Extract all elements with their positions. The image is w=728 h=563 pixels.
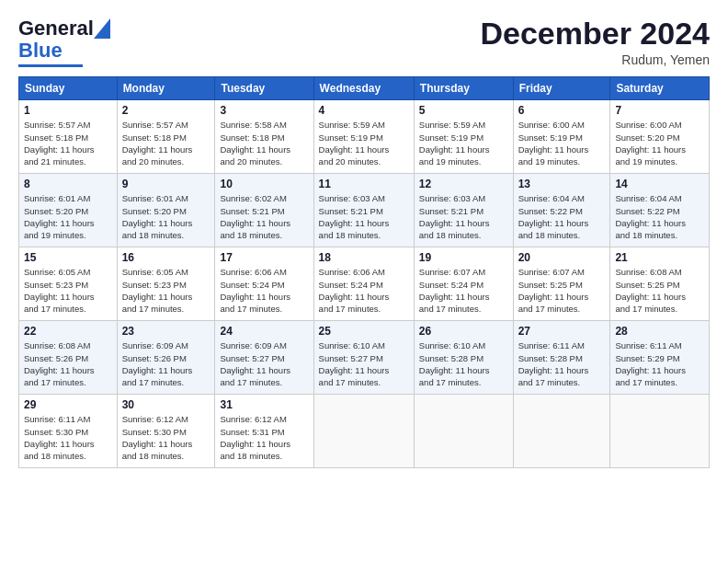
day-info-line: Sunset: 5:18 PM bbox=[24, 132, 112, 144]
calendar-cell: 5Sunrise: 5:59 AMSunset: 5:19 PMDaylight… bbox=[414, 100, 513, 174]
day-info-line: Daylight: 11 hours bbox=[24, 217, 112, 229]
day-info-line: Daylight: 11 hours bbox=[615, 217, 704, 229]
calendar-cell: 3Sunrise: 5:58 AMSunset: 5:18 PMDaylight… bbox=[215, 100, 313, 174]
day-info-line: Daylight: 11 hours bbox=[220, 438, 308, 450]
day-info-line: Daylight: 11 hours bbox=[319, 144, 409, 155]
day-info-line: Sunset: 5:18 PM bbox=[122, 132, 210, 144]
calendar-cell: 19Sunrise: 6:07 AMSunset: 5:24 PMDayligh… bbox=[414, 247, 513, 321]
day-info: Sunrise: 6:10 AMSunset: 5:27 PMDaylight:… bbox=[319, 339, 409, 388]
day-info-line: Daylight: 11 hours bbox=[419, 291, 508, 303]
day-info-line: and 17 minutes. bbox=[122, 376, 210, 388]
location: Rudum, Yemen bbox=[480, 52, 710, 67]
day-number: 8 bbox=[24, 178, 112, 190]
calendar-cell: 9Sunrise: 6:01 AMSunset: 5:20 PMDaylight… bbox=[117, 174, 215, 247]
week-row-2: 8Sunrise: 6:01 AMSunset: 5:20 PMDaylight… bbox=[19, 174, 710, 247]
calendar-table: SundayMondayTuesdayWednesdayThursdayFrid… bbox=[18, 76, 710, 468]
day-info-line: and 17 minutes. bbox=[24, 376, 112, 388]
day-info-line: and 18 minutes. bbox=[518, 229, 606, 241]
day-info: Sunrise: 6:05 AMSunset: 5:23 PMDaylight:… bbox=[24, 266, 112, 315]
month-title: December 2024 bbox=[480, 17, 710, 51]
day-number: 11 bbox=[319, 178, 409, 190]
calendar-cell: 24Sunrise: 6:09 AMSunset: 5:27 PMDayligh… bbox=[215, 321, 313, 395]
logo-text-general: General bbox=[18, 17, 94, 40]
day-info-line: Sunrise: 5:57 AM bbox=[122, 119, 210, 131]
calendar-cell bbox=[610, 395, 710, 468]
day-number: 31 bbox=[220, 398, 308, 411]
calendar-cell: 4Sunrise: 5:59 AMSunset: 5:19 PMDaylight… bbox=[313, 100, 414, 174]
calendar-cell: 28Sunrise: 6:11 AMSunset: 5:29 PMDayligh… bbox=[610, 321, 710, 395]
day-number: 27 bbox=[518, 325, 606, 338]
calendar-cell: 20Sunrise: 6:07 AMSunset: 5:25 PMDayligh… bbox=[513, 247, 610, 321]
day-info-line: and 17 minutes. bbox=[319, 303, 409, 315]
day-info-line: Sunrise: 6:09 AM bbox=[122, 339, 210, 351]
day-number: 15 bbox=[24, 251, 112, 264]
week-row-5: 29Sunrise: 6:11 AMSunset: 5:30 PMDayligh… bbox=[19, 395, 710, 468]
day-info: Sunrise: 6:12 AMSunset: 5:30 PMDaylight:… bbox=[122, 413, 210, 462]
calendar-cell: 15Sunrise: 6:05 AMSunset: 5:23 PMDayligh… bbox=[19, 247, 118, 321]
day-info-line: Sunset: 5:27 PM bbox=[319, 352, 409, 364]
day-info: Sunrise: 6:00 AMSunset: 5:20 PMDaylight:… bbox=[615, 119, 704, 167]
day-info-line: Daylight: 11 hours bbox=[518, 291, 606, 303]
week-row-1: 1Sunrise: 5:57 AMSunset: 5:18 PMDaylight… bbox=[19, 100, 710, 174]
day-info-line: Sunrise: 6:03 AM bbox=[419, 192, 508, 204]
day-info-line: Daylight: 11 hours bbox=[319, 364, 409, 376]
day-info-line: Daylight: 11 hours bbox=[615, 144, 704, 155]
day-info-line: Sunrise: 6:12 AM bbox=[122, 413, 210, 425]
day-info-line: Sunset: 5:25 PM bbox=[615, 279, 704, 291]
day-number: 12 bbox=[419, 178, 508, 190]
day-info: Sunrise: 6:11 AMSunset: 5:30 PMDaylight:… bbox=[24, 413, 112, 462]
day-info: Sunrise: 6:05 AMSunset: 5:23 PMDaylight:… bbox=[122, 266, 210, 315]
day-info-line: Daylight: 11 hours bbox=[615, 291, 704, 303]
day-number: 21 bbox=[615, 251, 704, 264]
calendar-cell: 23Sunrise: 6:09 AMSunset: 5:26 PMDayligh… bbox=[117, 321, 215, 395]
calendar-cell: 17Sunrise: 6:06 AMSunset: 5:24 PMDayligh… bbox=[215, 247, 313, 321]
day-info-line: Daylight: 11 hours bbox=[220, 291, 308, 303]
day-info: Sunrise: 5:59 AMSunset: 5:19 PMDaylight:… bbox=[319, 119, 409, 167]
calendar-cell: 30Sunrise: 6:12 AMSunset: 5:30 PMDayligh… bbox=[117, 395, 215, 468]
calendar-cell: 21Sunrise: 6:08 AMSunset: 5:25 PMDayligh… bbox=[610, 247, 710, 321]
day-info-line: Sunset: 5:20 PM bbox=[615, 132, 704, 144]
day-info-line: and 21 minutes. bbox=[24, 155, 112, 167]
day-info-line: Daylight: 11 hours bbox=[122, 291, 210, 303]
day-info-line: Sunrise: 6:10 AM bbox=[419, 339, 508, 351]
day-info-line: Sunrise: 6:11 AM bbox=[518, 339, 606, 351]
day-info-line: Sunrise: 6:10 AM bbox=[319, 339, 409, 351]
day-info-line: Sunrise: 6:03 AM bbox=[319, 192, 409, 204]
day-info: Sunrise: 6:11 AMSunset: 5:28 PMDaylight:… bbox=[518, 339, 606, 388]
day-info-line: Sunrise: 6:00 AM bbox=[615, 119, 704, 131]
day-number: 14 bbox=[615, 178, 704, 190]
logo-text-blue: Blue bbox=[18, 39, 63, 62]
day-info: Sunrise: 6:09 AMSunset: 5:27 PMDaylight:… bbox=[220, 339, 308, 388]
day-info-line: Sunrise: 6:11 AM bbox=[615, 339, 704, 351]
calendar-cell: 7Sunrise: 6:00 AMSunset: 5:20 PMDaylight… bbox=[610, 100, 710, 174]
day-number: 7 bbox=[615, 104, 704, 117]
day-info-line: Sunset: 5:25 PM bbox=[518, 279, 606, 291]
day-number: 6 bbox=[518, 104, 606, 117]
day-info: Sunrise: 6:03 AMSunset: 5:21 PMDaylight:… bbox=[419, 192, 508, 241]
weekday-header-row: SundayMondayTuesdayWednesdayThursdayFrid… bbox=[19, 77, 710, 100]
weekday-header-sunday: Sunday bbox=[19, 77, 118, 100]
day-number: 24 bbox=[220, 325, 308, 338]
day-info-line: Daylight: 11 hours bbox=[220, 217, 308, 229]
day-info-line: and 18 minutes. bbox=[24, 450, 112, 462]
day-info-line: Sunrise: 5:59 AM bbox=[319, 119, 409, 131]
day-info-line: Daylight: 11 hours bbox=[122, 144, 210, 155]
day-info: Sunrise: 5:57 AMSunset: 5:18 PMDaylight:… bbox=[122, 119, 210, 167]
day-info-line: Sunrise: 6:04 AM bbox=[615, 192, 704, 204]
day-info-line: and 20 minutes. bbox=[220, 155, 308, 167]
day-info: Sunrise: 6:07 AMSunset: 5:25 PMDaylight:… bbox=[518, 266, 606, 315]
day-info-line: Sunset: 5:30 PM bbox=[122, 426, 210, 438]
day-info-line: Daylight: 11 hours bbox=[24, 438, 112, 450]
day-number: 23 bbox=[122, 325, 210, 338]
day-info-line: Sunset: 5:20 PM bbox=[122, 205, 210, 217]
day-info: Sunrise: 6:04 AMSunset: 5:22 PMDaylight:… bbox=[615, 192, 704, 241]
day-info-line: and 17 minutes. bbox=[220, 303, 308, 315]
day-info-line: Sunset: 5:26 PM bbox=[24, 352, 112, 364]
day-info: Sunrise: 5:57 AMSunset: 5:18 PMDaylight:… bbox=[24, 119, 112, 167]
day-info-line: Sunrise: 6:07 AM bbox=[518, 266, 606, 278]
day-info-line: Daylight: 11 hours bbox=[122, 438, 210, 450]
day-info-line: Sunset: 5:18 PM bbox=[220, 132, 308, 144]
day-info-line: Sunrise: 6:08 AM bbox=[24, 339, 112, 351]
day-info-line: and 19 minutes. bbox=[419, 155, 508, 167]
day-info-line: Sunrise: 6:00 AM bbox=[518, 119, 606, 131]
